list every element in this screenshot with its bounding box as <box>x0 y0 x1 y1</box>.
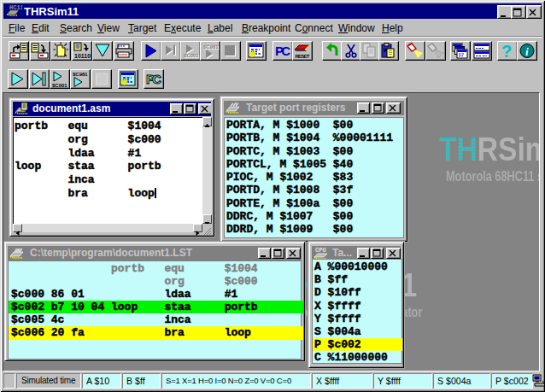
svg-text:PC: PC <box>275 44 290 58</box>
svg-text:$C981: $C981 <box>203 44 219 50</box>
svg-text:$C981: $C981 <box>73 72 88 77</box>
svg-text:10110: 10110 <box>74 53 91 59</box>
svg-text:i: i <box>525 45 529 58</box>
svg-text:RESET: RESET <box>295 54 309 59</box>
svg-text:PC: PC <box>146 72 161 86</box>
svg-text:?: ? <box>501 42 512 60</box>
svg-text:$C001: $C001 <box>184 53 199 58</box>
svg-text:$C001: $C001 <box>52 83 67 88</box>
svg-text:CPU: CPU <box>315 247 326 254</box>
